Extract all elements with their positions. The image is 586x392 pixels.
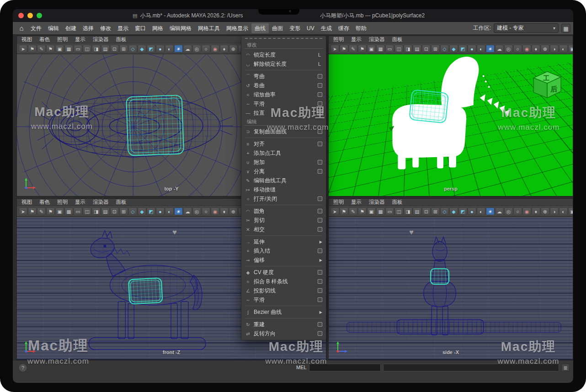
toolbar-grease-pencil-icon[interactable]: ✎: [37, 45, 46, 53]
panel-menu-item[interactable]: 照明: [53, 36, 71, 43]
menu-item-smooth-2[interactable]: ∼ 平滑 ▶: [241, 295, 326, 304]
menu-item-detach[interactable]: ∨ 分离 ▶: [241, 167, 326, 176]
toolbar-grid-icon[interactable]: ▦: [376, 207, 385, 215]
panel-menu-item[interactable]: 视图: [18, 199, 36, 206]
toolbar-checker-ball-icon[interactable]: ◐: [477, 45, 485, 53]
menu-item-add-points-tool[interactable]: + 添加点工具 ▶: [241, 148, 326, 158]
menu-item-curl[interactable]: ↺ 卷曲 ▶: [241, 81, 326, 90]
panel-menu-item[interactable]: 渲染器: [89, 199, 112, 206]
toolbar-select-camera-icon[interactable]: ➤: [330, 207, 339, 215]
menu-item-intersect[interactable]: ✕ 相交 ▶: [241, 225, 326, 234]
workspace-settings-icon[interactable]: ▦: [561, 24, 570, 33]
toolbar-grid-icon[interactable]: ▦: [376, 45, 385, 53]
curves-menu-item[interactable]: ▶: [245, 70, 322, 70]
menu-item-fit-b-spline[interactable]: ≈ 拟合 B 样条线 ▶: [241, 277, 326, 286]
option-box-icon[interactable]: [318, 111, 322, 115]
toolbar-lock-camera-icon[interactable]: ⚑: [340, 45, 348, 53]
tear-off-handle[interactable]: [245, 38, 322, 41]
option-box-icon[interactable]: [318, 83, 322, 88]
option-box-icon[interactable]: [318, 322, 322, 327]
option-box-icon[interactable]: [318, 209, 322, 213]
toolbar-wireframe-mode-icon[interactable]: ◇: [440, 45, 449, 53]
toolbar-bookmark-icon[interactable]: ⚑: [46, 207, 55, 215]
menu-deform[interactable]: 变形: [286, 23, 304, 33]
panel-menu-item[interactable]: 显示: [347, 199, 365, 206]
toolbar-field-chart-icon[interactable]: ▤: [413, 207, 421, 215]
script-editor-icon[interactable]: ≣: [561, 364, 570, 371]
menu-surfaces[interactable]: 曲面: [269, 23, 286, 33]
menu-windows[interactable]: 窗口: [132, 23, 149, 33]
option-box-icon[interactable]: [318, 196, 322, 201]
toolbar-image-plane-icon[interactable]: ▣: [367, 207, 376, 215]
panel-menu-item[interactable]: 面板: [112, 36, 130, 43]
toolbar-gate-mask-icon[interactable]: ◨: [404, 45, 412, 53]
toolbar-checker-ball-icon[interactable]: ◐: [477, 207, 485, 215]
toolbar-image-plane-icon[interactable]: ▣: [55, 45, 64, 53]
option-box-icon[interactable]: [318, 297, 322, 302]
option-box-icon[interactable]: [318, 142, 322, 146]
toolbar-shaded-mode-icon[interactable]: ◆: [138, 207, 146, 215]
command-feedback-field[interactable]: [383, 364, 559, 371]
toolbar-textured-mode-icon[interactable]: ◩: [147, 207, 155, 215]
panel-menu-item[interactable]: 面板: [389, 199, 406, 206]
toolbar-bookmark-icon[interactable]: ⚑: [358, 207, 367, 215]
option-box-icon[interactable]: [318, 249, 322, 253]
toolbar-safe-action-icon[interactable]: ⊡: [422, 207, 431, 215]
toolbar-checker-ball-icon[interactable]: ◐: [165, 45, 174, 53]
panel-menu-item[interactable]: 照明: [53, 199, 71, 206]
panel-menu-item[interactable]: 显示: [71, 199, 89, 206]
toolbar-grease-pencil-icon[interactable]: ✎: [37, 207, 46, 215]
toolbar-gate-mask-icon[interactable]: ◨: [92, 207, 101, 215]
menu-item-curve-editing-tool[interactable]: ✎ 编辑曲线工具 ▶: [241, 176, 326, 185]
toolbar-resolution-gate-icon[interactable]: ◫: [394, 207, 403, 215]
workspace-selector[interactable]: 建模 - 专家 ▾: [494, 23, 559, 33]
panel-menu-item[interactable]: 照明: [330, 199, 347, 206]
toolbar-joints-xray-icon[interactable]: ⊕: [229, 207, 238, 215]
toolbar-bookmark-icon[interactable]: ⚑: [358, 45, 367, 53]
toolbar-safe-action-icon[interactable]: ⊡: [422, 45, 431, 53]
menu-item-unlock-length[interactable]: ◡ 解除锁定长度 L ▶: [241, 59, 326, 69]
menu-modify[interactable]: 修改: [97, 23, 114, 33]
toolbar-field-chart-icon[interactable]: ▤: [413, 45, 421, 53]
toolbar-safe-title-icon[interactable]: ⊞: [431, 207, 440, 215]
option-box-icon[interactable]: [318, 288, 322, 293]
toolbar-bookmark-icon[interactable]: ⚑: [46, 45, 55, 53]
curves-menu-item[interactable]: 编辑 ▶: [244, 118, 323, 126]
toolbar-grid-icon[interactable]: ▦: [64, 45, 73, 53]
panel-menu-item[interactable]: 渲染器: [89, 36, 112, 43]
toolbar-shaded-mode-icon[interactable]: ◆: [449, 207, 458, 215]
toolbar-shadows-icon[interactable]: ☁: [183, 207, 192, 215]
menu-item-bezier-curves[interactable]: ∫ Bezier 曲线 ▶: [241, 307, 326, 317]
menu-item-duplicate-surface-curves[interactable]: ⊃ 复制曲面曲线 ▶: [241, 127, 326, 136]
toolbar-image-plane-icon[interactable]: ▣: [55, 207, 64, 215]
toolbar-all-lights-icon[interactable]: ☀: [174, 45, 183, 53]
toolbar-film-gate-icon[interactable]: ▭: [385, 207, 394, 215]
toolbar-all-lights-icon[interactable]: ☀: [174, 207, 183, 215]
close-button[interactable]: [18, 13, 24, 18]
toolbar-isolate-select-icon[interactable]: ◉: [522, 45, 531, 53]
toolbar-all-lights-icon[interactable]: ☀: [486, 207, 495, 215]
toolbar-exposure-icon[interactable]: ◑: [550, 45, 559, 53]
curves-menu-item[interactable]: ▶: [245, 138, 322, 138]
toolbar-joints-xray-icon[interactable]: ⊕: [541, 45, 549, 53]
curves-menu-item[interactable]: ▶: [245, 266, 322, 266]
toolbar-ambient-occlusion-icon[interactable]: ◎: [504, 207, 513, 215]
curves-menu-item[interactable]: ▶: [245, 318, 322, 318]
curves-menu-item[interactable]: ▶: [245, 306, 322, 306]
menu-item-align[interactable]: ≡ 对齐 ▶: [241, 139, 326, 148]
toolbar-grease-pencil-icon[interactable]: ✎: [349, 207, 357, 215]
toolbar-camera-icon[interactable]: ▣: [568, 207, 573, 215]
menu-item-rebuild[interactable]: ↻ 重建 ▶: [241, 320, 326, 329]
panel-menu-item[interactable]: 着色: [36, 36, 53, 43]
menu-edit-mesh[interactable]: 编辑网格: [166, 23, 195, 33]
option-box-icon[interactable]: [318, 160, 322, 164]
option-box-icon[interactable]: [318, 218, 322, 222]
toolbar-wireframe-mode-icon[interactable]: ◇: [128, 207, 137, 215]
zoom-button[interactable]: [37, 13, 42, 18]
menu-item-offset[interactable]: ⇒ 偏移 ▶: [241, 255, 326, 265]
toolbar-field-chart-icon[interactable]: ▤: [101, 207, 110, 215]
mel-label[interactable]: MEL: [296, 365, 307, 370]
panel-menu-item[interactable]: 面板: [112, 199, 130, 206]
toolbar-shaded-mode-icon[interactable]: ◆: [138, 45, 146, 53]
toolbar-all-lights-icon[interactable]: ☀: [486, 45, 495, 53]
